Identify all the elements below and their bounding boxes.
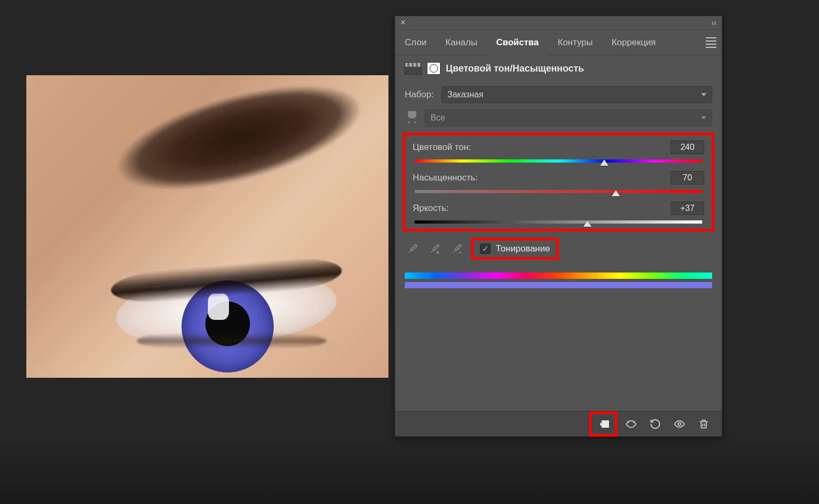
- panel-footer: [395, 411, 722, 436]
- lightness-label: Яркость:: [413, 203, 449, 214]
- collapse-icon[interactable]: ‹‹: [712, 18, 716, 27]
- layer-mask-icon[interactable]: [427, 62, 441, 75]
- reset-icon[interactable]: [645, 415, 666, 433]
- preset-dropdown[interactable]: Заказная: [442, 86, 712, 103]
- hue-sat-icon[interactable]: [405, 62, 422, 75]
- delete-icon[interactable]: [693, 415, 714, 433]
- hue-handle[interactable]: [600, 159, 608, 166]
- lightness-value[interactable]: +37: [671, 201, 704, 215]
- preset-value: Заказная: [447, 90, 483, 99]
- tab-paths[interactable]: Контуры: [548, 29, 603, 56]
- hue-value[interactable]: 240: [671, 140, 704, 154]
- eyedropper-subtract-icon[interactable]: [449, 241, 465, 257]
- saturation-label: Насыщенность:: [413, 173, 478, 183]
- panel-tabs: Слои Каналы Свойства Контуры Коррекция: [395, 29, 722, 56]
- chevron-down-icon: [701, 93, 706, 96]
- lightness-handle[interactable]: [583, 220, 592, 227]
- tab-channels[interactable]: Каналы: [436, 29, 486, 56]
- hue-label: Цветовой тон:: [413, 142, 471, 153]
- view-previous-icon[interactable]: [621, 415, 642, 433]
- illustration-eye: [95, 249, 358, 354]
- chevron-down-icon: [701, 116, 706, 119]
- adjustment-title: Цветовой тон/Насыщенность: [446, 63, 584, 74]
- clip-to-layer-button[interactable]: [593, 415, 614, 433]
- properties-panel: × ‹‹ Слои Каналы Свойства Контуры Коррек…: [395, 16, 722, 437]
- visibility-icon[interactable]: [669, 415, 690, 433]
- color-range-dropdown[interactable]: Все: [425, 109, 712, 126]
- panel-menu-icon[interactable]: [701, 29, 722, 56]
- spectrum-preview: [405, 273, 712, 288]
- tab-adjustments[interactable]: Коррекция: [602, 29, 665, 56]
- canvas-preview[interactable]: [26, 75, 388, 378]
- close-icon[interactable]: ×: [401, 18, 405, 27]
- targeted-adjust-icon[interactable]: ◂▸: [405, 111, 420, 125]
- hue-slider[interactable]: [415, 157, 702, 164]
- saturation-value[interactable]: 70: [671, 171, 704, 185]
- color-range-value: Все: [431, 113, 445, 123]
- output-spectrum: [405, 282, 712, 288]
- eyedropper-add-icon[interactable]: [427, 241, 443, 257]
- colorize-highlight: ✓ Тонирование: [471, 238, 559, 260]
- lightness-slider-group: Яркость: +37: [413, 201, 704, 225]
- tab-layers[interactable]: Слои: [395, 29, 436, 56]
- eyedropper-icon[interactable]: [405, 241, 421, 257]
- colorize-checkbox[interactable]: ✓: [480, 244, 491, 254]
- input-spectrum: [405, 273, 712, 279]
- hue-slider-group: Цветовой тон: 240: [413, 140, 704, 164]
- saturation-handle[interactable]: [612, 190, 620, 196]
- tab-properties[interactable]: Свойства: [487, 29, 548, 56]
- clip-to-layer-highlight: [589, 411, 617, 437]
- svg-point-0: [678, 422, 681, 426]
- illustration-eyebrow: [90, 75, 388, 241]
- preset-label: Набор:: [405, 89, 436, 100]
- lightness-slider[interactable]: [415, 218, 702, 225]
- saturation-slider-group: Насыщенность: 70: [413, 171, 704, 194]
- sliders-highlight: Цветовой тон: 240 Насыщенность: 70: [403, 133, 714, 231]
- saturation-slider[interactable]: [415, 188, 702, 194]
- colorize-label: Тонирование: [496, 244, 550, 254]
